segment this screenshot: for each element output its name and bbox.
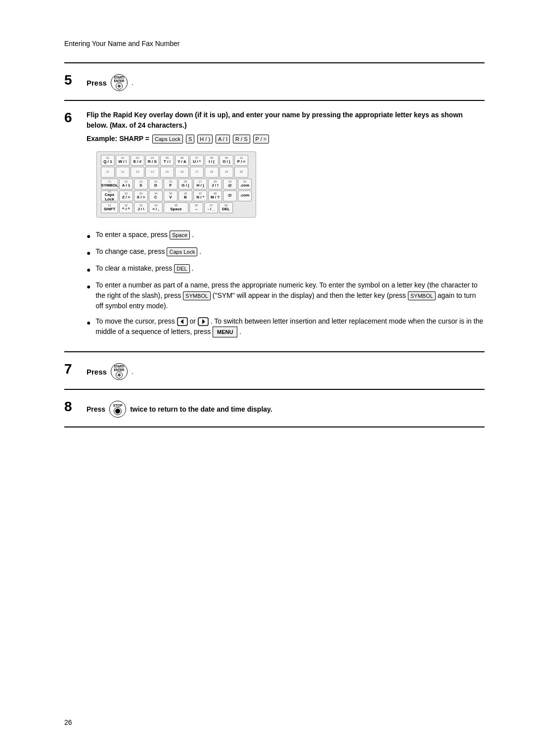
left-arrow-icon xyxy=(177,317,188,326)
key-v: 35V xyxy=(164,190,178,201)
key-a: 22A / 1 xyxy=(119,179,133,189)
bullet-dot-2: ● xyxy=(87,248,90,258)
keyboard-row-1: 01Q / 1 02W / ! 03E / # 04R / S 05T / / … xyxy=(101,155,252,166)
key-16: 16 xyxy=(175,167,189,178)
symbol-key-2: SYMBOL xyxy=(408,291,436,300)
key-i: 08I / ( xyxy=(205,155,219,166)
key-14: 14 xyxy=(145,167,159,178)
capslock-key: Caps Lock xyxy=(167,247,197,256)
key-q: 01Q / 1 xyxy=(101,155,115,166)
step8-bold-text: twice to return to the date and time dis… xyxy=(130,404,272,415)
svg-marker-1 xyxy=(180,319,183,324)
key-15: 15 xyxy=(160,167,174,178)
bullet-3: ● To clear a mistake, press DEL . xyxy=(87,263,485,275)
step7-block: 7 Press START/ENTER . xyxy=(64,352,485,390)
key-dotcom: 30.com xyxy=(238,179,252,189)
example-key-p: P / = xyxy=(253,135,269,143)
bullet-text-4: To enter a number as part of a name, pre… xyxy=(95,280,485,311)
example-label: Example: SHARP = xyxy=(87,134,149,144)
keyboard-row-4: 31Caps Lock 32Z / < 33X / > 34C 35V 36B … xyxy=(101,190,252,201)
keyboard-row-2: 11 12 13 14 15 16 17 18 19 20 xyxy=(101,167,252,178)
key-d: 24D xyxy=(149,179,163,189)
key-shift: 31SHIFT xyxy=(101,202,118,213)
key-b: 36B xyxy=(178,190,192,201)
bullet-list: ● To enter a space, press Space . ● To c… xyxy=(87,230,485,338)
key-capslock: 31Caps Lock xyxy=(101,190,118,201)
step5-number: 5 xyxy=(64,72,82,88)
menu-key: MENU xyxy=(213,327,237,338)
step7-start-enter-button: START/ENTER xyxy=(111,363,128,380)
key-comma: 34< / , xyxy=(149,202,163,213)
key-n: 37N / * xyxy=(193,190,207,201)
bullet-dot-3: ● xyxy=(87,265,90,275)
key-j3: 33J / \ xyxy=(134,202,148,213)
key-h: 27H / ) xyxy=(193,179,207,189)
step8-press-label: Press xyxy=(87,404,105,415)
key-at2: @ xyxy=(223,190,237,201)
bullet-dot-4: ● xyxy=(87,282,90,292)
key-17: 17 xyxy=(190,167,204,178)
step7-period: . xyxy=(132,368,134,376)
key-symbol: 21SYMBOL xyxy=(101,179,118,189)
stop-button: STOP xyxy=(109,401,126,418)
step7-number: 7 xyxy=(64,361,82,377)
example-key-r: R / S xyxy=(233,135,250,143)
page-title: Entering Your Name and Fax Number xyxy=(64,40,485,47)
key-g: 26G / ( xyxy=(178,179,192,189)
right-arrow-icon xyxy=(198,317,209,326)
key-t: 05T / / xyxy=(160,155,174,166)
step6-number: 6 xyxy=(64,110,82,126)
key-w: 02W / ! xyxy=(116,155,130,166)
symbol-key-1: SYMBOL xyxy=(183,291,211,300)
key-underscore: 37- / _ xyxy=(204,202,218,213)
key-s: 23S xyxy=(134,179,148,189)
step8-block: 8 Press STOP twice to return to the date… xyxy=(64,390,485,427)
example-key-h: H / ) xyxy=(197,135,213,143)
key-f: 25F xyxy=(164,179,178,189)
key-12: 12 xyxy=(116,167,130,178)
bullet-text-3: To clear a mistake, press DEL . xyxy=(95,263,485,274)
keyboard-row-3: 21SYMBOL 22A / 1 23S 24D 25F 26G / ( 27H… xyxy=(101,179,252,189)
key-19: 19 xyxy=(220,167,233,178)
step8-number: 8 xyxy=(64,399,82,415)
del-key: DEL xyxy=(174,264,189,273)
key-20: 20 xyxy=(234,167,248,178)
key-dash: 36– xyxy=(189,202,203,213)
bullet-2: ● To change case, press Caps Lock . xyxy=(87,246,485,258)
step6-intro: Flip the Rapid Key overlay down (if it i… xyxy=(87,110,485,131)
bullet-text-1: To enter a space, press Space . xyxy=(95,230,485,240)
step7-press-label: Press xyxy=(87,368,107,376)
bullet-dot-5: ● xyxy=(87,318,90,328)
example-key-capslock: Caps Lock xyxy=(152,135,183,143)
example-key-a: A / I xyxy=(216,135,230,143)
bullet-1: ● To enter a space, press Space . xyxy=(87,230,485,241)
step5-block: 5 Press START/ENTER . xyxy=(64,63,485,101)
key-dotcom2: .com xyxy=(238,190,252,201)
key-del2: 38DEL xyxy=(219,202,233,213)
key-space: 35Space xyxy=(164,202,188,213)
key-11: 11 xyxy=(101,167,115,178)
key-p: 10P / = xyxy=(234,155,248,166)
bullet-text-2: To change case, press Caps Lock . xyxy=(95,246,485,257)
key-u: 07U / * xyxy=(190,155,204,166)
bullet-5: ● To move the cursor, press or xyxy=(87,316,485,338)
bullet-text-5: To move the cursor, press or . To switch… xyxy=(95,316,485,338)
key-z: 32Z / < xyxy=(119,190,133,201)
space-key: Space xyxy=(170,231,190,239)
key-m: 38M / ? xyxy=(208,190,222,201)
svg-marker-3 xyxy=(202,319,205,324)
step6-example-line: Example: SHARP = Caps Lock S H / ) A / I… xyxy=(87,134,485,144)
key-r: 04R / S xyxy=(145,155,159,166)
key-13: 13 xyxy=(131,167,144,178)
key-caret: 32^ / ^ xyxy=(119,202,133,213)
bullet-dot-1: ● xyxy=(87,231,90,241)
key-j2: 28J / ! xyxy=(208,179,222,189)
keyboard-row-5: 31SHIFT 32^ / ^ 33J / \ 34< / , 35Space … xyxy=(101,202,252,213)
keyboard-graphic: 01Q / 1 02W / ! 03E / # 04R / S 05T / / … xyxy=(96,151,256,218)
key-e: 03E / # xyxy=(131,155,144,166)
key-o: 09O / ) xyxy=(220,155,233,166)
key-c: 34C xyxy=(149,190,163,201)
key-at: 29@ xyxy=(223,179,237,189)
page-number: 26 xyxy=(64,718,72,726)
step5-period: . xyxy=(132,79,134,87)
